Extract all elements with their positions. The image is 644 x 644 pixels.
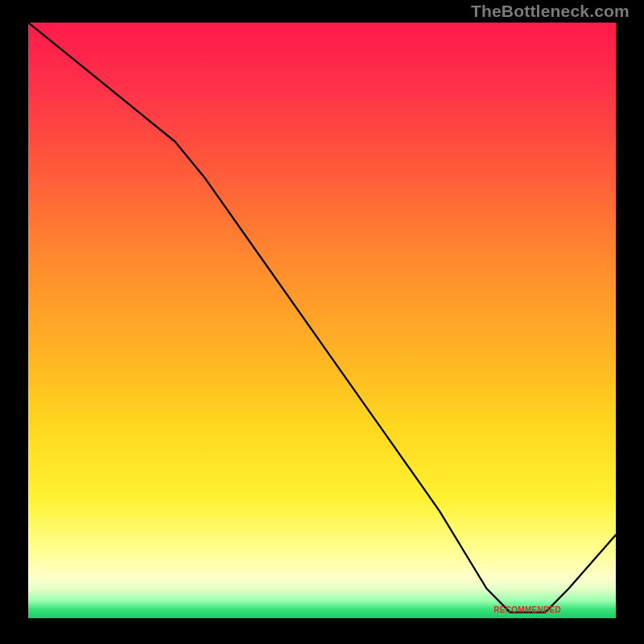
chart-frame: TheBottleneck.com RECOMMENDED: [0, 0, 644, 644]
bottleneck-line-chart: [28, 23, 616, 618]
plot-area: RECOMMENDED: [28, 23, 616, 618]
recommended-annotation: RECOMMENDED: [493, 605, 561, 614]
watermark-text: TheBottleneck.com: [471, 2, 630, 21]
data-curve: [28, 23, 616, 613]
